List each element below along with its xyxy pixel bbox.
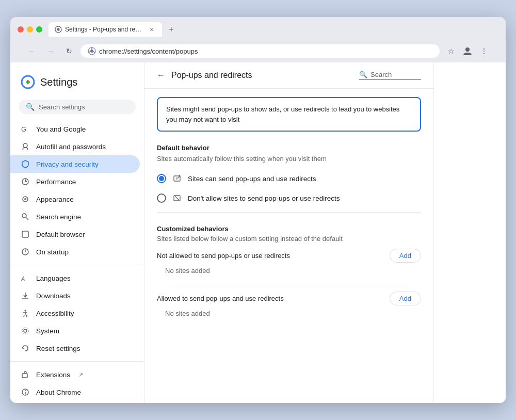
option-block-label: Don't allow sites to send pop-ups or use… bbox=[188, 195, 340, 202]
sidebar-item-appearance[interactable]: Appearance bbox=[10, 190, 140, 208]
allowed-empty-text: No sites added bbox=[157, 308, 421, 319]
system-icon bbox=[21, 326, 30, 335]
chrome-logo-icon bbox=[88, 47, 96, 55]
sidebar: Settings 🔍 Search settings G You and Goo… bbox=[10, 62, 144, 403]
sidebar-label-default-browser: Default browser bbox=[36, 231, 85, 238]
sidebar-divider-2 bbox=[10, 361, 144, 362]
tabs-row: Settings - Pop-ups and redir... ✕ + bbox=[49, 22, 179, 37]
option-block[interactable]: Don't allow sites to send pop-ups or use… bbox=[144, 188, 433, 208]
svg-line-12 bbox=[26, 218, 29, 220]
settings-tab-icon bbox=[55, 26, 62, 33]
svg-text:G: G bbox=[21, 125, 26, 133]
panel-search[interactable]: 🔍 Search bbox=[359, 71, 421, 80]
sidebar-item-system[interactable]: System bbox=[10, 322, 140, 340]
forward-button[interactable]: → bbox=[43, 44, 58, 58]
customized-title: Customized behaviors bbox=[157, 225, 421, 233]
close-button[interactable] bbox=[18, 26, 24, 33]
customized-subtitle: Sites listed below follow a custom setti… bbox=[157, 235, 421, 243]
sidebar-search-input[interactable]: Search settings bbox=[39, 103, 85, 111]
tab-close-button[interactable]: ✕ bbox=[148, 25, 156, 34]
content-divider bbox=[157, 212, 421, 213]
minimize-button[interactable] bbox=[27, 26, 33, 33]
about-chrome-icon bbox=[21, 387, 30, 397]
sidebar-item-default-browser[interactable]: Default browser bbox=[10, 225, 140, 243]
bookmark-button[interactable]: ☆ bbox=[444, 44, 458, 58]
svg-point-24 bbox=[24, 329, 27, 332]
sidebar-item-languages[interactable]: A Languages bbox=[10, 269, 140, 287]
sidebar-item-downloads[interactable]: Downloads bbox=[10, 287, 140, 304]
not-allowed-header: Not allowed to send pop-ups or use redir… bbox=[157, 249, 421, 263]
svg-text:A: A bbox=[21, 276, 25, 282]
tab-title: Settings - Pop-ups and redir... bbox=[65, 26, 144, 33]
reload-button[interactable]: ↻ bbox=[62, 44, 76, 58]
sidebar-label-languages: Languages bbox=[36, 274, 71, 282]
menu-button[interactable]: ⋮ bbox=[477, 44, 491, 58]
appearance-icon bbox=[21, 195, 30, 204]
profile-button[interactable] bbox=[460, 44, 475, 58]
sidebar-item-performance[interactable]: Performance bbox=[10, 173, 140, 190]
url-bar[interactable]: chrome://settings/content/popups bbox=[80, 44, 440, 58]
radio-allow[interactable] bbox=[157, 174, 166, 183]
sidebar-item-search-engine[interactable]: Search engine bbox=[10, 208, 140, 225]
svg-point-11 bbox=[22, 214, 26, 218]
maximize-button[interactable] bbox=[36, 26, 42, 33]
on-startup-icon bbox=[21, 247, 30, 256]
panel-search-label[interactable]: Search bbox=[370, 71, 392, 78]
sidebar-item-privacy[interactable]: Privacy and security bbox=[10, 155, 140, 173]
extensions-external-icon: ↗ bbox=[78, 371, 83, 378]
sidebar-item-autofill[interactable]: Autofill and passwords bbox=[10, 138, 140, 155]
svg-point-25 bbox=[22, 328, 28, 334]
privacy-icon bbox=[21, 159, 30, 169]
browser-content: Settings 🔍 Search settings G You and Goo… bbox=[10, 62, 506, 403]
radio-block[interactable] bbox=[157, 193, 166, 203]
new-tab-button[interactable]: + bbox=[164, 22, 179, 37]
option-allow-label: Sites can send pop-ups and use redirects bbox=[188, 175, 316, 183]
svg-rect-26 bbox=[22, 374, 27, 378]
autofill-icon bbox=[21, 142, 30, 151]
allowed-header: Allowed to send pop-ups and use redirect… bbox=[157, 292, 421, 305]
downloads-icon bbox=[21, 291, 30, 300]
not-allowed-empty-text: No sites added bbox=[157, 265, 421, 277]
not-allowed-add-button[interactable]: Add bbox=[390, 249, 421, 263]
panel-header: ← Pop-ups and redirects 🔍 Search bbox=[144, 62, 433, 89]
panel-search-icon: 🔍 bbox=[359, 71, 367, 78]
sidebar-label-privacy: Privacy and security bbox=[36, 160, 99, 168]
settings-title: Settings bbox=[40, 76, 77, 88]
sidebar-label-extensions: Extensions bbox=[36, 371, 70, 379]
main-panel: ← Pop-ups and redirects 🔍 Search Sites m… bbox=[144, 62, 433, 403]
sidebar-item-reset[interactable]: Reset settings bbox=[10, 340, 140, 357]
right-panel bbox=[433, 62, 506, 403]
sidebar-label-about: About Chrome bbox=[36, 389, 81, 396]
languages-icon: A bbox=[21, 273, 30, 283]
omnibar-actions: ☆ ⋮ bbox=[444, 44, 491, 58]
sidebar-item-extensions[interactable]: Extensions ↗ bbox=[10, 366, 140, 383]
sidebar-label-autofill: Autofill and passwords bbox=[36, 143, 106, 151]
extensions-icon bbox=[21, 370, 30, 379]
sidebar-label-search-engine: Search engine bbox=[36, 213, 81, 221]
svg-point-4 bbox=[465, 47, 470, 52]
svg-line-32 bbox=[175, 196, 179, 200]
sidebar-item-about[interactable]: About Chrome bbox=[10, 383, 140, 401]
back-button[interactable]: ← bbox=[25, 44, 39, 58]
sidebar-item-on-startup[interactable]: On startup bbox=[10, 243, 140, 261]
sidebar-label-performance: Performance bbox=[36, 178, 76, 186]
svg-point-19 bbox=[25, 310, 26, 312]
performance-icon bbox=[21, 177, 30, 186]
sidebar-item-you-and-google[interactable]: G You and Google bbox=[10, 120, 140, 138]
title-bar-top: Settings - Pop-ups and redir... ✕ + bbox=[18, 22, 498, 37]
accessibility-icon bbox=[21, 309, 30, 318]
info-banner-text: Sites might send pop-ups to show ads, or… bbox=[166, 105, 399, 123]
sidebar-label-downloads: Downloads bbox=[36, 292, 71, 300]
svg-point-7 bbox=[23, 143, 27, 148]
google-logo-icon bbox=[21, 75, 35, 89]
active-tab[interactable]: Settings - Pop-ups and redir... ✕ bbox=[49, 22, 162, 37]
sidebar-search-bar[interactable]: 🔍 Search settings bbox=[19, 100, 136, 114]
info-banner: Sites might send pop-ups to show ads, or… bbox=[157, 97, 421, 132]
allowed-add-button[interactable]: Add bbox=[390, 292, 421, 305]
sidebar-item-accessibility[interactable]: Accessibility bbox=[10, 304, 140, 322]
option-allow[interactable]: Sites can send pop-ups and use redirects bbox=[144, 169, 433, 188]
customized-section: Customized behaviors Sites listed below … bbox=[144, 217, 433, 319]
panel-back-button[interactable]: ← bbox=[157, 71, 165, 80]
radio-allow-inner bbox=[159, 176, 164, 181]
sidebar-label-system: System bbox=[36, 327, 59, 335]
